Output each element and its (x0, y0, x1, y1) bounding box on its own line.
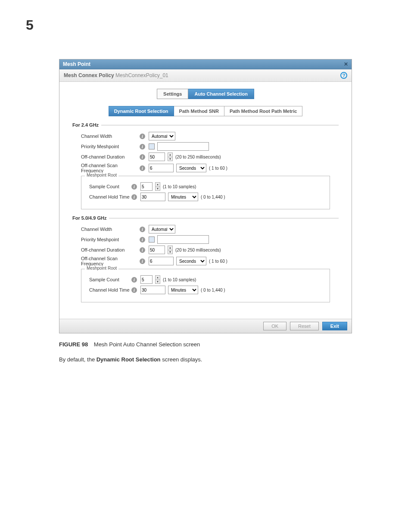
subtitle-label: Mesh Connex Policy (64, 72, 114, 78)
mesh-point-panel: Mesh Point ✕ Mesh Connex Policy MeshConn… (59, 59, 352, 333)
info-icon[interactable]: i (131, 194, 137, 200)
spinner-icon[interactable]: ▲▼ (155, 275, 160, 284)
spinner-icon[interactable]: ▲▼ (168, 246, 173, 254)
info-icon[interactable]: i (131, 184, 137, 190)
ok-button[interactable]: OK (263, 322, 286, 330)
subtab-dynamic-root-selection[interactable]: Dynamic Root Selection (109, 106, 174, 116)
help-icon[interactable]: ? (340, 72, 347, 79)
off-channel-duration-label-5: Off-channel Duration (72, 247, 140, 252)
off-channel-scan-freq-input-24[interactable] (149, 164, 174, 172)
info-icon[interactable]: i (140, 154, 145, 160)
divider-line (101, 125, 339, 125)
channel-hold-time-label-24: Channel Hold Time (86, 194, 131, 199)
page-number: 5 (26, 17, 385, 33)
reset-button[interactable]: Reset (290, 322, 319, 330)
off-channel-duration-input-24[interactable] (149, 152, 165, 161)
channel-hold-time-input-5[interactable] (140, 286, 165, 294)
off-channel-duration-hint-24: (20 to 250 milliseconds) (175, 155, 221, 159)
body-text-pre: By default, the (59, 356, 97, 363)
tab-row: Settings Auto Channel Selection (72, 89, 339, 99)
off-channel-duration-hint-5: (20 to 250 milliseconds) (175, 248, 221, 252)
channel-hold-time-unit-5[interactable]: Minutes (168, 286, 198, 294)
info-icon[interactable]: i (131, 277, 137, 283)
sample-count-hint-5: (1 to 10 samples) (163, 277, 196, 282)
priority-meshpoint-label-5: Priority Meshpoint (72, 237, 140, 242)
priority-meshpoint-label-24: Priority Meshpoint (72, 144, 140, 149)
subtitle-bar: Mesh Connex Policy MeshConnexPolicy_01 ? (59, 69, 352, 82)
channel-hold-time-input-24[interactable] (140, 193, 165, 201)
sample-count-input-24[interactable] (140, 182, 153, 191)
meshpoint-root-legend-5: Meshpoint Root (85, 266, 118, 271)
channel-width-select-24[interactable]: Automatic (149, 132, 175, 140)
off-channel-scan-freq-label-5: Off-channel Scan Frequency (72, 256, 140, 266)
meshpoint-root-fieldset-24: Meshpoint Root Sample Count i ▲▼ (1 to 1… (81, 176, 330, 209)
spinner-icon[interactable]: ▲▼ (155, 182, 160, 191)
meshpoint-root-fieldset-5: Meshpoint Root Sample Count i ▲▼ (1 to 1… (81, 269, 330, 302)
info-icon[interactable]: i (140, 134, 145, 139)
subtab-row: Dynamic Root Selection Path Method SNR P… (72, 106, 339, 116)
info-icon[interactable]: i (140, 165, 145, 171)
figure-title: Mesh Point Auto Channel Selection screen (94, 341, 200, 348)
off-channel-scan-freq-unit-5[interactable]: Seconds (176, 257, 206, 265)
body-text-bold: Dynamic Root Selection (97, 356, 161, 363)
info-icon[interactable]: i (140, 144, 145, 149)
channel-hold-time-hint-24: ( 0 to 1,440 ) (201, 195, 225, 199)
sample-count-label-24: Sample Count (86, 184, 131, 189)
channel-hold-time-hint-5: ( 0 to 1,440 ) (201, 288, 225, 292)
off-channel-scan-freq-input-5[interactable] (149, 257, 174, 265)
figure-caption: FIGURE 98 Mesh Point Auto Channel Select… (59, 341, 352, 348)
priority-meshpoint-input-24[interactable] (157, 142, 209, 151)
off-channel-duration-input-5[interactable] (149, 246, 165, 254)
off-channel-scan-freq-hint-5: ( 1 to 60 ) (209, 259, 227, 264)
channel-hold-time-unit-24[interactable]: Minutes (168, 193, 198, 201)
channel-width-label-24: Channel Width (72, 134, 140, 139)
section-heading-24ghz-text: For 2.4 GHz (72, 122, 99, 128)
channel-width-select-5[interactable]: Automatic (149, 225, 175, 233)
priority-meshpoint-checkbox-24[interactable] (149, 143, 155, 149)
off-channel-duration-label-24: Off-channel Duration (72, 154, 140, 159)
subtab-path-method-snr[interactable]: Path Method SNR (174, 106, 224, 116)
spinner-icon[interactable]: ▲▼ (168, 152, 173, 161)
tab-auto-channel-selection[interactable]: Auto Channel Selection (188, 89, 254, 99)
panel-title: Mesh Point (63, 61, 90, 67)
section-heading-5ghz: For 5.0/4.9 GHz (72, 215, 339, 221)
sample-count-hint-24: (1 to 10 samples) (163, 184, 196, 189)
priority-meshpoint-input-5[interactable] (157, 235, 209, 244)
tab-settings[interactable]: Settings (157, 89, 188, 99)
channel-hold-time-label-5: Channel Hold Time (86, 287, 131, 292)
off-channel-scan-freq-unit-24[interactable]: Seconds (176, 164, 206, 172)
panel-footer: OK Reset Exit (59, 319, 352, 333)
info-icon[interactable]: i (140, 227, 145, 232)
channel-width-label-5: Channel Width (72, 227, 140, 232)
title-bar: Mesh Point ✕ (59, 59, 352, 69)
exit-button[interactable]: Exit (322, 322, 347, 330)
section-heading-5ghz-text: For 5.0/4.9 GHz (72, 215, 106, 221)
info-icon[interactable]: i (140, 247, 145, 253)
body-text-post: screen displays. (161, 356, 202, 363)
off-channel-scan-freq-label-24: Off-channel Scan Frequency (72, 163, 140, 173)
close-icon[interactable]: ✕ (344, 61, 348, 67)
body-text: By default, the Dynamic Root Selection s… (59, 356, 352, 363)
info-icon[interactable]: i (140, 237, 145, 243)
info-icon[interactable]: i (140, 258, 145, 264)
divider-line (109, 218, 339, 218)
section-heading-24ghz: For 2.4 GHz (72, 122, 339, 128)
priority-meshpoint-checkbox-5[interactable] (149, 236, 155, 243)
sample-count-input-5[interactable] (140, 275, 153, 284)
subtitle-value: MeshConnexPolicy_01 (115, 72, 168, 78)
info-icon[interactable]: i (131, 287, 137, 293)
off-channel-scan-freq-hint-24: ( 1 to 60 ) (209, 166, 227, 171)
figure-label: FIGURE 98 (59, 341, 88, 348)
meshpoint-root-legend-24: Meshpoint Root (85, 173, 118, 177)
sample-count-label-5: Sample Count (86, 277, 131, 282)
subtab-path-method-root-path-metric[interactable]: Path Method Root Path Metric (224, 106, 302, 116)
